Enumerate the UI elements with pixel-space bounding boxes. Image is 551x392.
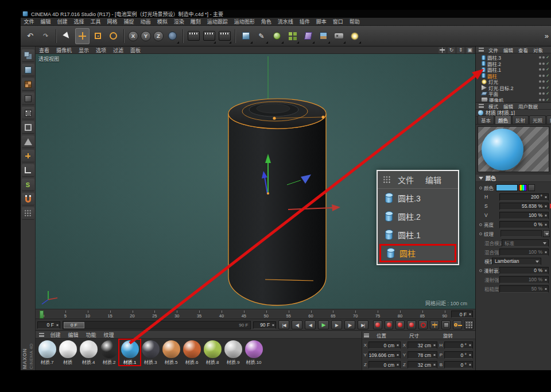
add-generator-button[interactable] <box>270 28 284 44</box>
texture-menu-button[interactable] <box>543 230 550 237</box>
orbit-view-icon[interactable]: ↻ <box>448 47 455 53</box>
viewport-menu-view[interactable]: 查看 <box>36 46 53 54</box>
timeline-ruler[interactable]: 0 5 10 15 20 25 30 35 40 45 50 55 60 65 … <box>36 309 475 319</box>
timeline-slider[interactable]: 0 F 90 F <box>63 321 251 329</box>
material-item[interactable]: 材质.7 <box>37 340 57 365</box>
menu-simulate[interactable]: 模拟 <box>154 18 170 25</box>
live-selection-tool[interactable] <box>60 28 74 44</box>
tab-illumination[interactable]: 光照 <box>529 115 546 124</box>
value-field[interactable]: 100 % <box>499 212 549 219</box>
diffuse-level-field[interactable]: 100 % <box>499 276 549 284</box>
menu-sculpt[interactable]: 雕刻 <box>187 18 204 25</box>
position-z-field[interactable]: 0 cm <box>368 361 401 368</box>
material-item[interactable]: 材质.10 <box>243 340 264 365</box>
material-menu-create[interactable]: 创建 <box>47 331 64 339</box>
pan-view-icon[interactable] <box>439 47 446 53</box>
rotate-tool[interactable] <box>106 28 121 44</box>
hamburger-icon[interactable] <box>479 48 484 52</box>
material-item[interactable]: 材质.4 <box>78 340 99 365</box>
goto-start-button[interactable]: |◀ <box>278 320 289 329</box>
enabled-check-icon[interactable]: ✓ <box>546 55 549 60</box>
autokey-button[interactable] <box>418 320 428 329</box>
menu-plugins[interactable]: 插件 <box>296 18 313 25</box>
hamburger-icon[interactable] <box>479 104 484 108</box>
editor-visibility-dot[interactable] <box>539 68 541 71</box>
tab-reflectance[interactable]: 反射 <box>512 115 529 124</box>
om-menu-view[interactable]: 查看 <box>516 46 530 53</box>
color-swatch[interactable] <box>496 184 518 191</box>
rotation-h-field[interactable]: 0 ° <box>444 341 473 349</box>
parameter-record-button[interactable] <box>441 320 451 329</box>
viewport-menu-cameras[interactable]: 摄像机 <box>53 46 75 54</box>
coordinate-system-button[interactable] <box>165 28 180 44</box>
hue-field[interactable]: 200 ° <box>499 193 549 201</box>
editor-visibility-dot[interactable] <box>539 99 541 101</box>
material-item[interactable]: 材质.3 <box>140 340 161 365</box>
editor-visibility-dot[interactable] <box>539 87 541 89</box>
render-view-button[interactable] <box>187 28 201 44</box>
enabled-check-icon[interactable]: ✓ <box>546 73 549 78</box>
size-x-field[interactable]: 32 cm <box>408 341 437 349</box>
menu-render[interactable]: 渲染 <box>170 18 187 25</box>
mix-mode-dropdown[interactable]: 标准 <box>502 239 549 247</box>
workplane-mode-button[interactable] <box>22 92 34 104</box>
enabled-check-icon[interactable]: ✓ <box>546 79 549 84</box>
lock-x-axis-button[interactable]: X <box>128 31 138 41</box>
workplane-button[interactable] <box>22 164 34 176</box>
enabled-check-icon[interactable]: ✓ <box>546 67 549 72</box>
render-visibility-dot[interactable] <box>542 99 545 101</box>
render-visibility-dot[interactable] <box>542 92 545 95</box>
enabled-check-icon[interactable]: ✓ <box>546 91 549 96</box>
viewport-menu-filter[interactable]: 过滤 <box>110 46 127 54</box>
material-sphere[interactable] <box>224 340 242 358</box>
object-row-light[interactable]: 灯光✓ <box>476 79 551 85</box>
record-scale-button[interactable] <box>395 320 405 329</box>
menu-animate[interactable]: 动画 <box>137 18 154 25</box>
add-modeling-button[interactable] <box>285 28 300 44</box>
roughness-field[interactable]: 50 % <box>499 285 549 293</box>
render-visibility-dot[interactable] <box>542 63 545 65</box>
material-item[interactable]: 材质.8 <box>202 340 223 365</box>
diffuse-falloff-field[interactable]: 0 % <box>499 267 549 274</box>
keyframe-selection-button[interactable] <box>430 320 439 329</box>
animation-dot-icon[interactable] <box>479 223 482 226</box>
tab-color[interactable]: 颜色 <box>495 115 511 124</box>
material-item[interactable]: 材质.6 <box>181 340 202 365</box>
enabled-check-icon[interactable]: ✓ <box>546 61 549 66</box>
attr-menu-userdata[interactable]: 用户数据 <box>516 103 540 110</box>
menu-mograph[interactable]: 运动图形 <box>231 18 258 25</box>
render-visibility-dot[interactable] <box>542 68 545 71</box>
model-dropdown[interactable]: Lambertian <box>492 258 541 265</box>
render-visibility-dot[interactable] <box>542 75 545 77</box>
menu-mesh[interactable]: 网格 <box>104 18 121 25</box>
material-sphere[interactable] <box>100 340 118 358</box>
menu-select[interactable]: 选择 <box>71 18 87 25</box>
hamburger-icon[interactable] <box>39 333 44 337</box>
om-menu-file[interactable]: 文件 <box>486 46 500 53</box>
material-sphere[interactable] <box>38 340 56 358</box>
render-visibility-dot[interactable] <box>542 56 545 59</box>
object-row-cylinder-selected[interactable]: 圆柱✓ <box>476 73 551 79</box>
render-settings-button[interactable] <box>218 28 232 44</box>
menu-help[interactable]: 帮助 <box>346 18 363 25</box>
material-item[interactable]: 材质 <box>57 340 78 365</box>
material-sphere[interactable] <box>121 340 139 358</box>
material-menu-edit[interactable]: 编辑 <box>65 331 82 339</box>
record-position-button[interactable] <box>385 320 394 329</box>
rotation-b-field[interactable]: 0 ° <box>444 361 473 368</box>
color-picker-button[interactable] <box>528 184 535 191</box>
menu-script[interactable]: 脚本 <box>313 18 329 25</box>
playhead[interactable] <box>40 311 44 319</box>
move-tool[interactable] <box>75 28 90 44</box>
editor-visibility-dot[interactable] <box>539 80 541 83</box>
animation-dot-icon[interactable] <box>479 187 482 189</box>
add-cube-button[interactable] <box>239 28 253 44</box>
record-rotation-button[interactable] <box>407 320 416 329</box>
grid-toggle-button[interactable] <box>22 207 34 219</box>
add-camera-button[interactable] <box>332 28 346 44</box>
material-sphere[interactable] <box>204 340 222 358</box>
render-visibility-dot[interactable] <box>542 80 545 83</box>
material-item[interactable]: 材质.2 <box>99 340 119 365</box>
tab-basic[interactable]: 基本 <box>478 115 494 124</box>
hamburger-icon[interactable] <box>364 333 369 337</box>
